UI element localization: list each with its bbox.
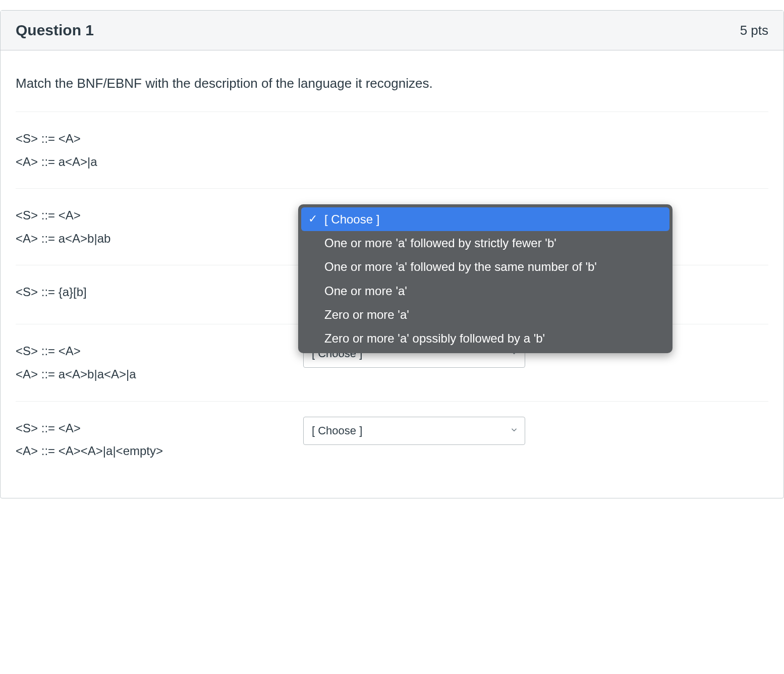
grammar-line: <S> ::= {a}[b] — [16, 280, 298, 304]
select-placeholder: [ Choose ] — [312, 424, 362, 437]
dropdown-option[interactable]: Zero or more 'a' opssibly followed by a … — [301, 326, 669, 350]
grammar-text: <S> ::= <A> <A> ::= a<A>b|a<A>|a — [16, 340, 303, 385]
grammar-line: <A> ::= a<A>b|a<A>|a — [16, 363, 298, 386]
dropdown-menu[interactable]: [ Choose ] One or more 'a' followed by s… — [298, 204, 673, 353]
grammar-text: <S> ::= <A> <A> ::= <A><A>|a|<empty> — [16, 417, 303, 463]
grammar-text: <S> ::= {a}[b] — [16, 280, 303, 304]
match-row: <S> ::= <A> <A> ::= a<A>|a — [16, 111, 768, 188]
grammar-line: <A> ::= a<A>b|ab — [16, 227, 298, 250]
answer-select[interactable]: [ Choose ] — [303, 417, 525, 445]
grammar-text: <S> ::= <A> <A> ::= a<A>b|ab — [16, 204, 303, 250]
dropdown-option[interactable]: One or more 'a' followed by strictly few… — [301, 231, 669, 255]
question-body: Match the BNF/EBNF with the description … — [1, 50, 783, 498]
grammar-line: <S> ::= <A> — [16, 127, 298, 150]
grammar-line: <S> ::= <A> — [16, 204, 298, 227]
grammar-text: <S> ::= <A> <A> ::= a<A>|a — [16, 127, 303, 173]
answer-select-wrap: [ Choose ] — [303, 417, 525, 445]
chevron-down-icon — [510, 424, 519, 437]
match-row: <S> ::= <A> <A> ::= <A><A>|a|<empty> [ C… — [16, 401, 768, 478]
dropdown-option[interactable]: One or more 'a' followed by the same num… — [301, 255, 669, 278]
dropdown-option[interactable]: [ Choose ] — [301, 207, 669, 231]
grammar-line: <S> ::= <A> — [16, 417, 298, 440]
question-points: 5 pts — [740, 23, 768, 38]
grammar-line: <A> ::= <A><A>|a|<empty> — [16, 439, 298, 463]
question-title: Question 1 — [16, 22, 94, 39]
question-card: Question 1 5 pts Match the BNF/EBNF with… — [0, 10, 784, 498]
dropdown-option[interactable]: One or more 'a' — [301, 279, 669, 303]
grammar-line: <A> ::= a<A>|a — [16, 150, 298, 174]
question-header: Question 1 5 pts — [1, 11, 783, 50]
dropdown-option[interactable]: Zero or more 'a' — [301, 303, 669, 326]
grammar-line: <S> ::= <A> — [16, 340, 298, 363]
question-prompt: Match the BNF/EBNF with the description … — [16, 50, 768, 111]
